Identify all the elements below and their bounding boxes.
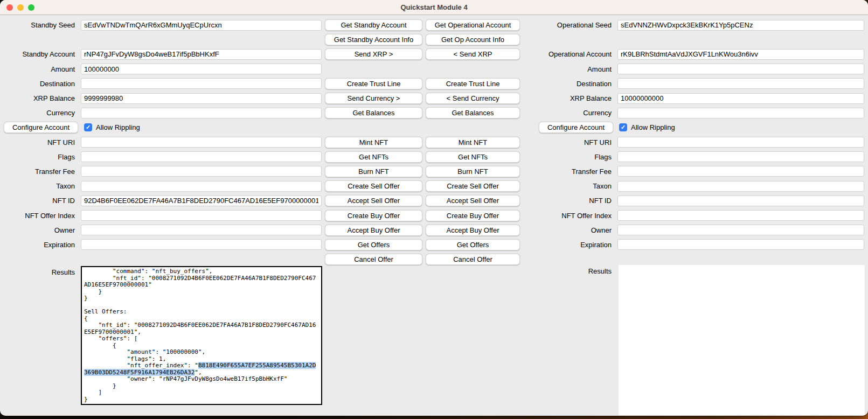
burn-nft-standby-button[interactable]: Burn NFT: [325, 166, 422, 177]
destination-standby-input[interactable]: [81, 78, 322, 89]
xrp-balance-standby-input[interactable]: [81, 93, 322, 104]
owner-label: Owner: [524, 226, 615, 234]
get-balances-standby-button[interactable]: Get Balances: [325, 107, 422, 118]
transfer-fee-label: Transfer Fee: [524, 167, 615, 176]
create-buy-offer-operational-button[interactable]: Create Buy Offer: [426, 210, 520, 221]
create-sell-offer-operational-button[interactable]: Create Sell Offer: [426, 180, 520, 192]
amount-label: Amount: [524, 65, 615, 73]
operational-results-box[interactable]: [619, 265, 865, 415]
nft-offer-index-label: NFT Offer Index: [0, 212, 78, 220]
get-offers-operational-button[interactable]: Get Offers: [426, 239, 520, 250]
get-operational-account-operational-button[interactable]: Get Operational Account: [426, 19, 520, 31]
standby-account-standby-input[interactable]: [81, 49, 322, 60]
row-field: Amount: [524, 62, 865, 76]
button-row: Mint NFTMint NFT: [325, 135, 520, 150]
row-spacer: [524, 32, 865, 47]
button-row: Get Standby Account InfoGet Op Account I…: [325, 32, 520, 47]
expiration-label: Expiration: [0, 241, 78, 249]
button-row: Get OffersGet Offers: [325, 238, 520, 252]
standby-results-box[interactable]: "command": "nft_buy_offers", "nft_id": "…: [81, 266, 322, 405]
destination-operational-input[interactable]: [617, 78, 864, 89]
row-field: Operational Seed: [524, 18, 865, 32]
row-field: Taxon: [524, 179, 865, 193]
owner-standby-input[interactable]: [81, 225, 322, 235]
xrp-balance-operational-input[interactable]: [617, 93, 864, 104]
taxon-operational-input[interactable]: [617, 181, 864, 192]
operational-account-operational-input[interactable]: [617, 49, 864, 60]
amount-operational-input[interactable]: [617, 64, 864, 74]
operational-seed-label: Operational Seed: [524, 21, 615, 29]
burn-nft-operational-button[interactable]: Burn NFT: [426, 166, 520, 177]
checkmark-icon: ✓: [84, 123, 92, 131]
row-field: NFT Offer Index: [0, 208, 322, 222]
get-offers-standby-button[interactable]: Get Offers: [325, 239, 422, 250]
row-field: Standby Seed: [0, 18, 322, 32]
create-sell-offer-standby-button[interactable]: Create Sell Offer: [325, 180, 422, 192]
cancel-offer-operational-button[interactable]: Cancel Offer: [426, 254, 520, 265]
standby-seed-label: Standby Seed: [0, 21, 78, 29]
currency-label: Currency: [0, 109, 78, 117]
create-buy-offer-standby-button[interactable]: Create Buy Offer: [325, 210, 422, 221]
currency-operational-input[interactable]: [617, 108, 864, 118]
get-standby-account-standby-button[interactable]: Get Standby Account: [325, 19, 422, 31]
row-field: Owner: [0, 223, 322, 238]
standby-panel: Standby SeedStandby AccountAmountDestina…: [0, 16, 322, 252]
standby-seed-standby-input[interactable]: [81, 20, 322, 31]
nft-offer-index-standby-input[interactable]: [81, 210, 322, 221]
row-field: Operational Account: [524, 47, 865, 61]
send-currency-operational-button[interactable]: < Send Currency: [426, 93, 520, 104]
nft-uri-standby-input[interactable]: [81, 137, 322, 148]
flags-label: Flags: [0, 153, 78, 161]
row-configure: Configure Account✓Allow Rippling: [524, 120, 865, 135]
taxon-standby-input[interactable]: [81, 181, 322, 192]
window-title: Quickstart Module 4: [0, 0, 868, 15]
configure-account-standby-button[interactable]: Configure Account: [4, 122, 78, 133]
expiration-operational-input[interactable]: [617, 239, 864, 250]
button-row: Create Trust LineCreate Trust Line: [325, 76, 520, 91]
row-field: Standby Account: [0, 47, 322, 61]
nft-uri-operational-input[interactable]: [617, 137, 864, 148]
results-text: "command": "nft_buy_offers", "nft_id": "…: [84, 268, 316, 369]
accept-sell-offer-standby-button[interactable]: Accept Sell Offer: [325, 195, 422, 206]
expiration-standby-input[interactable]: [81, 239, 322, 250]
row-configure: Configure Account✓Allow Rippling: [0, 120, 322, 135]
owner-operational-input[interactable]: [617, 225, 864, 235]
nft-offer-index-operational-input[interactable]: [617, 210, 864, 221]
accept-buy-offer-standby-button[interactable]: Accept Buy Offer: [325, 225, 422, 236]
row-field: Expiration: [524, 238, 865, 252]
nft-id-label: NFT ID: [524, 197, 615, 205]
allow-rippling-standby-checkbox[interactable]: ✓: [84, 123, 92, 131]
accept-buy-offer-operational-button[interactable]: Accept Buy Offer: [426, 225, 520, 236]
row-field: Flags: [0, 150, 322, 164]
get-balances-operational-button[interactable]: Get Balances: [426, 107, 520, 118]
title-bar[interactable]: Quickstart Module 4: [0, 0, 868, 15]
send-xrp-standby-button[interactable]: Send XRP >: [325, 48, 422, 60]
operational-seed-operational-input[interactable]: [617, 20, 864, 31]
create-trust-line-operational-button[interactable]: Create Trust Line: [426, 78, 520, 89]
nft-id-standby-input[interactable]: [81, 195, 322, 206]
nft-uri-label: NFT URI: [0, 138, 78, 146]
get-standby-account-info-standby-button[interactable]: Get Standby Account Info: [325, 34, 422, 45]
send-xrp-operational-button[interactable]: < Send XRP: [426, 48, 520, 60]
configure-account-operational-button[interactable]: Configure Account: [539, 122, 613, 133]
get-op-account-info-operational-button[interactable]: Get Op Account Info: [426, 34, 520, 45]
row-field: Destination: [524, 76, 865, 91]
get-nfts-standby-button[interactable]: Get NFTs: [325, 151, 422, 163]
transfer-fee-standby-input[interactable]: [81, 166, 322, 177]
mint-nft-operational-button[interactable]: Mint NFT: [426, 137, 520, 148]
button-row: Burn NFTBurn NFT: [325, 164, 520, 179]
transfer-fee-operational-input[interactable]: [617, 166, 864, 177]
create-trust-line-standby-button[interactable]: Create Trust Line: [325, 78, 422, 89]
accept-sell-offer-operational-button[interactable]: Accept Sell Offer: [426, 195, 520, 206]
cancel-offer-standby-button[interactable]: Cancel Offer: [325, 254, 422, 265]
nft-id-operational-input[interactable]: [617, 195, 864, 206]
send-currency-standby-button[interactable]: Send Currency >: [325, 93, 422, 104]
amount-standby-input[interactable]: [81, 64, 322, 74]
allow-rippling-operational-checkbox[interactable]: ✓: [619, 123, 627, 131]
mint-nft-standby-button[interactable]: Mint NFT: [325, 137, 422, 148]
get-nfts-operational-button[interactable]: Get NFTs: [426, 151, 520, 163]
flags-standby-input[interactable]: [81, 151, 322, 162]
flags-operational-input[interactable]: [617, 151, 864, 162]
currency-standby-input[interactable]: [81, 108, 322, 118]
row-field: NFT URI: [524, 135, 865, 150]
